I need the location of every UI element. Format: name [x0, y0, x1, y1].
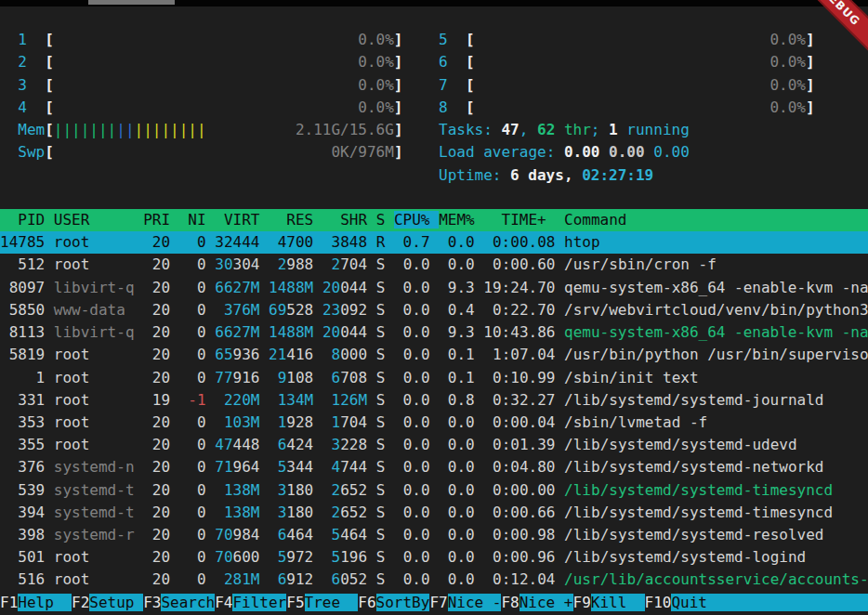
spacer	[170, 413, 179, 431]
process-row-353[interactable]: 353 root 20 0 103M 1928 1704 S 0.0 0.0 0…	[0, 412, 868, 434]
spacer	[555, 391, 564, 409]
pri-cell: 20	[152, 436, 170, 453]
mem-bar-cache: ||||||||	[135, 121, 206, 138]
cpu-meter-row-3-7: 3 [ 0.0%] 7 [ 0.0%]	[0, 74, 868, 97]
spacer	[135, 233, 144, 251]
command-cell: /lib/systemd/systemd-timesyncd	[564, 481, 833, 499]
column-header-user[interactable]: USER	[54, 211, 135, 229]
column-header-time[interactable]: TIME+	[483, 211, 555, 229]
process-row-512[interactable]: 512 root 20 0 30304 2988 2704 S 0.0 0.0 …	[0, 254, 868, 276]
mem-value-hi: 70	[215, 548, 232, 566]
meter-open-bracket: [	[45, 53, 54, 71]
spacer	[313, 391, 322, 409]
fkey-f1-help[interactable]: F1Help	[0, 594, 72, 611]
spacer	[439, 346, 448, 363]
mem-meter-label: Mem	[18, 121, 45, 138]
mem-value-hi: 69	[269, 301, 286, 319]
column-header-res[interactable]: RES	[269, 211, 313, 229]
process-row-8113[interactable]: 8113 libvirt-q 20 0 6627M 1488M 20044 S …	[0, 321, 868, 344]
spacer	[54, 31, 359, 48]
mem-value-lo: 228	[340, 436, 367, 453]
column-header-pri[interactable]: PRI	[143, 211, 170, 229]
process-row-539[interactable]: 539 systemd-t 20 0 138M 3180 2652 S 0.0 …	[0, 479, 868, 502]
spacer	[179, 504, 197, 521]
spacer	[483, 458, 493, 476]
fkey-f6-sortby[interactable]: F6SortBy	[358, 594, 429, 611]
spacer	[259, 526, 269, 543]
process-row-331[interactable]: 331 root 19 -1 220M 134M 126M S 0.0 0.8 …	[0, 389, 868, 412]
mem-value: 220M	[224, 391, 260, 409]
fkey-key: F10	[645, 594, 672, 611]
mem-value-lo: 708	[340, 369, 367, 386]
spacer	[555, 369, 564, 386]
column-header-mem[interactable]: MEM%	[439, 211, 475, 229]
spacer	[206, 255, 216, 273]
process-row-398[interactable]: 398 systemd-r 20 0 70984 6464 5464 S 0.0…	[0, 524, 868, 546]
spacer	[313, 570, 322, 588]
process-row-8097[interactable]: 8097 libvirt-q 20 0 6627M 1488M 20044 S …	[0, 277, 868, 299]
time-cell: 0:04.80	[493, 458, 555, 476]
tasks-thr-label: thr	[555, 121, 591, 138]
process-row-5850[interactable]: 5850 www-data 20 0 376M 69528 23092 S 0.…	[0, 299, 868, 321]
process-row-355[interactable]: 355 root 20 0 47448 6424 3228 S 0.0 0.0 …	[0, 434, 868, 456]
spacer	[269, 391, 278, 409]
tasks-thread-count: 62	[537, 121, 555, 138]
mem-pct-cell: 0.0	[448, 436, 475, 453]
column-header-shr[interactable]: SHR	[322, 211, 367, 229]
spacer	[215, 391, 224, 409]
process-row-394[interactable]: 394 systemd-t 20 0 138M 3180 2652 S 0.0 …	[0, 502, 868, 524]
spacer	[430, 233, 440, 251]
spacer	[475, 458, 484, 476]
mem-pct-cell: 0.4	[448, 301, 475, 319]
process-row-501[interactable]: 501 root 20 0 70600 5972 5196 S 0.0 0.0 …	[0, 546, 868, 569]
spacer	[403, 31, 440, 48]
spacer	[475, 481, 484, 499]
cpu-pct-cell: 0.0	[403, 413, 430, 431]
fkey-f7-nice-[interactable]: F7Nice -	[429, 594, 501, 611]
spacer	[394, 436, 403, 453]
time-cell: 1:07.04	[493, 346, 555, 363]
fkey-key: F2	[72, 594, 89, 611]
spacer	[322, 458, 332, 476]
fkey-f9-kill[interactable]: F9Kill	[573, 594, 645, 611]
fkey-f8-nice-[interactable]: F8Nice +	[501, 594, 572, 611]
cpu-pct-cell: 0.0	[403, 323, 430, 341]
column-header-command[interactable]: Command	[564, 211, 626, 229]
process-row-5819[interactable]: 5819 root 20 0 65936 21416 8000 S 0.0 0.…	[0, 344, 868, 366]
state-cell: S	[376, 504, 386, 521]
process-row-1[interactable]: 1 root 20 0 77916 9108 6708 S 0.0 0.1 0:…	[0, 367, 868, 389]
spacer	[45, 301, 54, 319]
column-header-pid[interactable]: PID	[0, 211, 45, 229]
spacer	[475, 255, 484, 273]
fkey-f3-search[interactable]: F3Search	[143, 594, 215, 611]
process-row-516[interactable]: 516 root 20 0 281M 6912 6052 S 0.0 0.0 0…	[0, 569, 868, 591]
fkey-f10-quit[interactable]: F10Quit	[645, 594, 868, 611]
command-cell: /srv/webvirtcloud/venv/bin/python3	[564, 301, 868, 319]
spacer	[135, 436, 144, 453]
time-cell: 0:00.08	[493, 233, 555, 251]
column-header-s[interactable]: S	[376, 211, 386, 229]
column-header-virt[interactable]: VIRT	[215, 211, 259, 229]
spacer	[170, 504, 179, 521]
ni-cell: 0	[197, 458, 206, 476]
command-cell: /lib/systemd/systemd-networkd	[564, 458, 823, 476]
column-header-cpu[interactable]: CPU%	[394, 211, 439, 229]
fkey-f5-tree[interactable]: F5Tree	[286, 594, 358, 611]
ni-cell: 0	[197, 346, 206, 363]
mem-value-lo: 600	[233, 548, 260, 566]
fkey-f4-filter[interactable]: F4Filter	[215, 594, 286, 611]
state-cell: S	[376, 548, 386, 566]
cpu-pct-cell: 0.0	[403, 570, 430, 588]
fkey-f2-setup[interactable]: F2Setup	[72, 594, 143, 611]
mem-value: 376M	[224, 301, 260, 319]
process-row-14785[interactable]: 14785 root 20 0 32444 4700 3848 R 0.7 0.…	[0, 231, 868, 254]
mem-value-lo: 180	[286, 504, 313, 521]
process-row-376[interactable]: 376 systemd-n 20 0 71964 5344 4744 S 0.0…	[0, 456, 868, 478]
spacer	[555, 255, 564, 273]
cpu-meter-label: 5	[439, 31, 448, 48]
spacer	[483, 436, 493, 453]
column-header-ni[interactable]: NI	[179, 211, 206, 229]
spacer	[135, 413, 144, 431]
spacer	[439, 301, 448, 319]
mem-value-lo: 044	[340, 323, 367, 341]
